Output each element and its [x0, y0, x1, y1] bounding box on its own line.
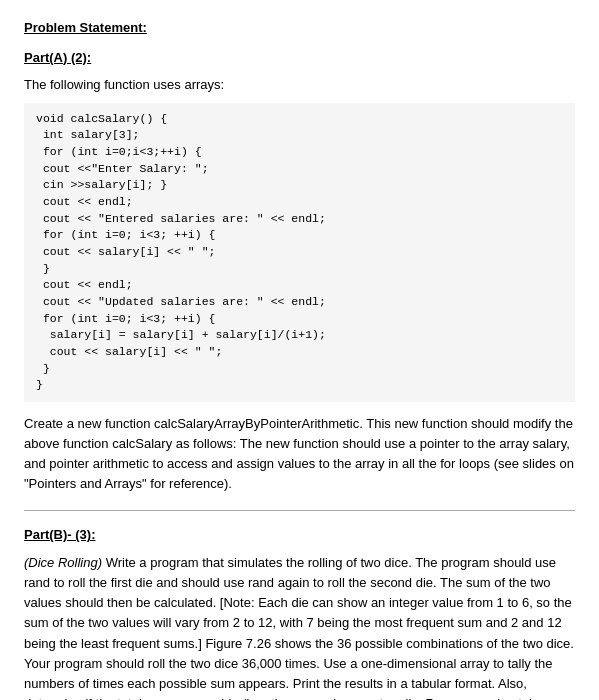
part-a-title: Part(A) (2): — [24, 48, 575, 68]
part-b-description: (Dice Rolling) Write a program that simu… — [24, 553, 575, 700]
part-a-description: Create a new function calcSalaryArrayByP… — [24, 414, 575, 495]
code-block: void calcSalary() { int salary[3]; for (… — [24, 103, 575, 402]
part-b-title: Part(B)- (3): — [24, 525, 575, 545]
part-a-intro: The following function uses arrays: — [24, 75, 575, 95]
section-divider — [24, 510, 575, 511]
part-b-text: Write a program that simulates the rolli… — [24, 555, 574, 700]
problem-statement: Problem Statement: Part(A) (2): The foll… — [24, 18, 575, 700]
dice-rolling-label: (Dice Rolling) — [24, 555, 102, 570]
part-b-section: Part(B)- (3): (Dice Rolling) Write a pro… — [24, 525, 575, 700]
problem-title: Problem Statement: — [24, 18, 575, 38]
